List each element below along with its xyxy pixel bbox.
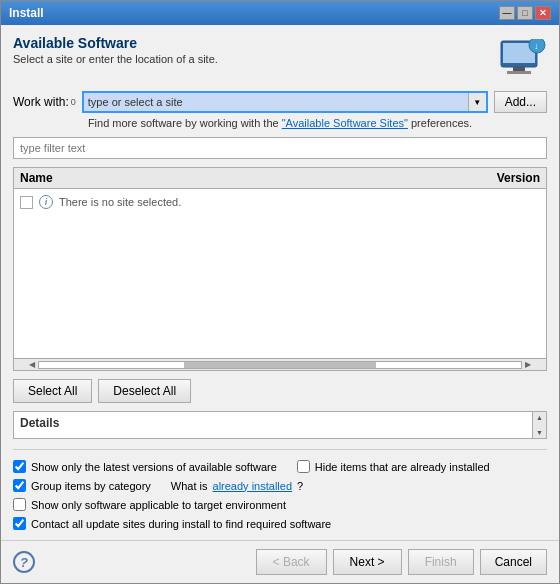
footer: ? < Back Next > Finish Cancel — [1, 540, 559, 583]
option-group-category-checkbox[interactable] — [13, 479, 26, 492]
site-input-container: ▼ — [82, 91, 488, 113]
action-buttons-row: Select All Deselect All — [13, 379, 547, 403]
close-button[interactable]: ✕ — [535, 6, 551, 20]
list-header: Name Version — [14, 168, 546, 189]
help-icon[interactable]: ? — [13, 551, 35, 573]
footer-buttons: < Back Next > Finish Cancel — [256, 549, 547, 575]
install-window: Install — □ ✕ Available Software Select … — [0, 0, 560, 584]
scroll-up-icon[interactable]: ▲ — [536, 414, 543, 421]
more-software-prefix: Find more software by working with the — [88, 117, 282, 129]
cancel-button[interactable]: Cancel — [480, 549, 547, 575]
option-contact-sites-label: Contact all update sites during install … — [31, 518, 331, 530]
page-subtitle: Select a site or enter the location of a… — [13, 53, 218, 65]
option-hide-installed-checkbox[interactable] — [297, 460, 310, 473]
divider — [13, 449, 547, 450]
horizontal-scrollbar[interactable]: ◀ ▶ — [14, 358, 546, 370]
software-list: Name Version i There is no site selected… — [13, 167, 547, 371]
scroll-down-icon[interactable]: ▼ — [536, 429, 543, 436]
page-title: Available Software — [13, 35, 218, 51]
options-section: Show only the latest versions of availab… — [13, 460, 547, 530]
more-software-row: Find more software by working with the "… — [13, 117, 547, 129]
select-all-button[interactable]: Select All — [13, 379, 92, 403]
option-contact-sites: Contact all update sites during install … — [13, 517, 331, 530]
options-row-3: Show only software applicable to target … — [13, 498, 547, 511]
option-latest-versions-label: Show only the latest versions of availab… — [31, 461, 277, 473]
list-item: i There is no site selected. — [20, 193, 540, 211]
footer-left: ? — [13, 551, 35, 573]
work-with-text: Work with: — [13, 95, 69, 109]
options-row-4: Contact all update sites during install … — [13, 517, 547, 530]
scroll-left-icon[interactable]: ◀ — [26, 360, 38, 369]
scrollbar-track[interactable] — [38, 361, 522, 369]
next-button[interactable]: Next > — [333, 549, 402, 575]
option-group-category-label: Group items by category — [31, 480, 151, 492]
software-icon: ↓ — [499, 39, 547, 79]
option-what-installed: What is already installed? — [171, 479, 303, 492]
what-is-prefix: What is — [171, 480, 208, 492]
main-content: Available Software Select a site or ente… — [1, 25, 559, 540]
header-icon: ↓ — [499, 35, 547, 83]
header-section: Available Software Select a site or ente… — [13, 35, 547, 83]
title-bar-controls: — □ ✕ — [499, 6, 551, 20]
version-column-header: Version — [497, 171, 540, 185]
finish-button[interactable]: Finish — [408, 549, 474, 575]
scrollbar-thumb[interactable] — [184, 362, 377, 368]
superscript: 0 — [71, 97, 76, 107]
more-software-suffix: preferences. — [408, 117, 472, 129]
option-target-env: Show only software applicable to target … — [13, 498, 286, 511]
what-is-suffix: ? — [297, 480, 303, 492]
options-row-1: Show only the latest versions of availab… — [13, 460, 547, 473]
svg-rect-3 — [507, 71, 531, 74]
option-target-env-checkbox[interactable] — [13, 498, 26, 511]
add-button[interactable]: Add... — [494, 91, 547, 113]
title-bar-left: Install — [9, 6, 44, 20]
minimize-button[interactable]: — — [499, 6, 515, 20]
option-latest-versions-checkbox[interactable] — [13, 460, 26, 473]
maximize-button[interactable]: □ — [517, 6, 533, 20]
work-with-label: Work with: 0 — [13, 95, 76, 109]
list-body: i There is no site selected. — [14, 189, 546, 358]
deselect-all-button[interactable]: Deselect All — [98, 379, 191, 403]
option-hide-installed-label: Hide items that are already installed — [315, 461, 490, 473]
options-row-2: Group items by category What is already … — [13, 479, 547, 492]
work-with-row: Work with: 0 ▼ Add... — [13, 91, 547, 113]
header-text: Available Software Select a site or ente… — [13, 35, 218, 65]
item-checkbox[interactable] — [20, 196, 33, 209]
details-section: Details ▲ ▼ — [13, 411, 547, 439]
info-icon: i — [39, 195, 53, 209]
item-text: There is no site selected. — [59, 196, 181, 208]
site-input[interactable] — [84, 93, 468, 111]
option-contact-sites-checkbox[interactable] — [13, 517, 26, 530]
svg-rect-2 — [513, 67, 525, 71]
option-target-env-label: Show only software applicable to target … — [31, 499, 286, 511]
name-column-header: Name — [20, 171, 53, 185]
option-group-category: Group items by category — [13, 479, 151, 492]
svg-text:↓: ↓ — [534, 41, 539, 51]
details-label: Details — [20, 416, 59, 430]
title-bar: Install — □ ✕ — [1, 1, 559, 25]
option-hide-installed: Hide items that are already installed — [297, 460, 490, 473]
back-button[interactable]: < Back — [256, 549, 327, 575]
filter-input[interactable] — [13, 137, 547, 159]
option-latest-versions: Show only the latest versions of availab… — [13, 460, 277, 473]
already-installed-link[interactable]: already installed — [213, 480, 293, 492]
available-software-sites-link[interactable]: "Available Software Sites" — [282, 117, 408, 129]
window-title: Install — [9, 6, 44, 20]
dropdown-arrow-icon[interactable]: ▼ — [468, 93, 486, 111]
scroll-right-icon[interactable]: ▶ — [522, 360, 534, 369]
details-scrollbar[interactable]: ▲ ▼ — [532, 412, 546, 438]
